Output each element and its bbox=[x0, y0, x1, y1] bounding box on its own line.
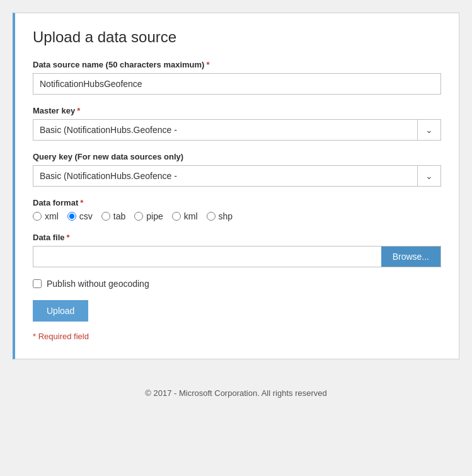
upload-button[interactable]: Upload bbox=[33, 300, 88, 322]
radio-csv[interactable] bbox=[67, 212, 76, 221]
radio-xml[interactable] bbox=[33, 212, 42, 221]
master-key-required-star: * bbox=[77, 106, 80, 115]
master-key-selected-value: Basic (NotificationHubs.Geofence - bbox=[33, 120, 417, 140]
datasource-name-input[interactable] bbox=[33, 73, 441, 95]
publish-geocoding-label: Publish without geocoding bbox=[47, 279, 149, 289]
datasource-name-label: Data source name (50 characters maximum)… bbox=[33, 60, 441, 69]
master-key-chevron-icon[interactable]: ⌄ bbox=[417, 120, 440, 140]
page-title: Upload a data source bbox=[33, 28, 441, 46]
publish-geocoding-group: Publish without geocoding bbox=[33, 279, 441, 289]
query-key-label: Query key (For new data sources only) bbox=[33, 152, 441, 161]
publish-geocoding-checkbox[interactable] bbox=[33, 279, 42, 288]
datasource-name-group: Data source name (50 characters maximum)… bbox=[33, 60, 441, 95]
master-key-select[interactable]: Basic (NotificationHubs.Geofence - ⌄ bbox=[33, 119, 441, 141]
data-format-required-star: * bbox=[80, 198, 83, 207]
data-file-required-star: * bbox=[67, 233, 70, 242]
radio-option-kml[interactable]: kml bbox=[172, 211, 198, 221]
datasource-name-required-star: * bbox=[206, 60, 209, 69]
query-key-select[interactable]: Basic (NotificationHubs.Geofence - ⌄ bbox=[33, 165, 441, 187]
radio-tab[interactable] bbox=[101, 212, 110, 221]
data-file-input[interactable] bbox=[33, 247, 381, 267]
radio-option-csv[interactable]: csv bbox=[67, 211, 93, 221]
radio-option-tab[interactable]: tab bbox=[101, 211, 125, 221]
master-key-label: Master key* bbox=[33, 106, 441, 115]
file-input-wrapper: Browse... bbox=[33, 246, 441, 267]
data-file-group: Data file* Browse... bbox=[33, 233, 441, 267]
upload-form-card: Upload a data source Data source name (5… bbox=[13, 13, 459, 359]
query-key-chevron-icon[interactable]: ⌄ bbox=[417, 166, 440, 186]
query-key-selected-value: Basic (NotificationHubs.Geofence - bbox=[33, 166, 417, 186]
radio-kml[interactable] bbox=[172, 212, 181, 221]
radio-option-xml[interactable]: xml bbox=[33, 211, 59, 221]
data-file-label: Data file* bbox=[33, 233, 441, 242]
data-format-group: Data format* xml csv tab pipe kml bbox=[33, 198, 441, 221]
data-format-radio-group: xml csv tab pipe kml shp bbox=[33, 211, 441, 221]
required-field-note: * Required field bbox=[33, 332, 441, 341]
master-key-group: Master key* Basic (NotificationHubs.Geof… bbox=[33, 106, 441, 141]
browse-button[interactable]: Browse... bbox=[381, 247, 440, 267]
radio-option-pipe[interactable]: pipe bbox=[134, 211, 163, 221]
footer: © 2017 - Microsoft Corporation. All righ… bbox=[13, 381, 459, 398]
radio-pipe[interactable] bbox=[134, 212, 143, 221]
data-format-label: Data format* bbox=[33, 198, 441, 207]
query-key-group: Query key (For new data sources only) Ba… bbox=[33, 152, 441, 187]
radio-option-shp[interactable]: shp bbox=[207, 211, 233, 221]
radio-shp[interactable] bbox=[207, 212, 216, 221]
